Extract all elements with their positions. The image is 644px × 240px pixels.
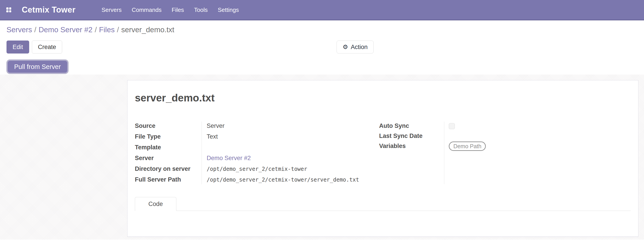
- field-group-right: Auto Sync Last Sync Date Variables Demo …: [379, 121, 631, 185]
- field-label-file-type: File Type: [135, 133, 202, 141]
- field-value-variables: Demo Path: [444, 141, 486, 151]
- create-button[interactable]: Create: [32, 40, 62, 53]
- statusbar: Pull from Server: [6, 53, 638, 75]
- field-value-full-path: /opt/demo_server_2/cetmix-tower/server_d…: [202, 176, 359, 183]
- record-title: server_demo.txt: [135, 92, 631, 104]
- apps-grid-icon[interactable]: [6, 7, 11, 12]
- field-label-source: Source: [135, 122, 202, 130]
- menu-item-settings[interactable]: Settings: [218, 6, 239, 13]
- field-row-directory: Directory on server /opt/demo_server_2/c…: [135, 164, 362, 174]
- field-row-variables: Variables Demo Path: [379, 141, 631, 152]
- action-buttons-row: Edit Create ⚙ Action: [6, 40, 638, 53]
- group-separator-line: [444, 121, 444, 184]
- menu-item-servers[interactable]: Servers: [102, 6, 122, 13]
- action-dropdown-button[interactable]: ⚙ Action: [336, 40, 374, 53]
- menu-item-tools[interactable]: Tools: [194, 6, 208, 13]
- field-row-full-path: Full Server Path /opt/demo_server_2/cetm…: [135, 174, 362, 185]
- breadcrumb-current: server_demo.txt: [121, 25, 174, 34]
- field-value-auto-sync: [444, 123, 455, 129]
- auto-sync-checkbox[interactable]: [449, 123, 455, 129]
- action-button-label: Action: [351, 44, 368, 51]
- tab-code[interactable]: Code: [135, 197, 176, 211]
- edit-button[interactable]: Edit: [6, 40, 29, 53]
- field-groups: Source Server File Type Text Template Se…: [135, 121, 631, 185]
- field-row-source: Source Server: [135, 121, 362, 131]
- field-value-server: Demo Server #2: [202, 154, 251, 162]
- field-label-template: Template: [135, 144, 202, 151]
- form-view-background: server_demo.txt Source Server File Type …: [0, 75, 644, 240]
- field-group-left: Source Server File Type Text Template Se…: [135, 121, 362, 185]
- field-value-directory: /opt/demo_server_2/cetmix-tower: [202, 166, 307, 172]
- form-sheet: server_demo.txt Source Server File Type …: [127, 80, 638, 237]
- field-label-full-path: Full Server Path: [135, 176, 202, 184]
- gear-icon: ⚙: [343, 44, 348, 50]
- breadcrumb-separator: /: [115, 25, 121, 34]
- pull-from-server-button[interactable]: Pull from Server: [8, 61, 67, 73]
- top-navbar: Cetmix Tower Servers Commands Files Tool…: [0, 0, 644, 20]
- variable-tag-demo-path: Demo Path: [449, 141, 486, 151]
- field-row-server: Server Demo Server #2: [135, 153, 362, 164]
- breadcrumb: Servers/Demo Server #2/Files/server_demo…: [6, 25, 638, 34]
- server-record-link[interactable]: Demo Server #2: [207, 155, 251, 161]
- control-panel: Servers/Demo Server #2/Files/server_demo…: [0, 20, 644, 75]
- field-label-last-sync-date: Last Sync Date: [379, 132, 444, 140]
- field-label-variables: Variables: [379, 142, 444, 150]
- tab-code-content: [135, 211, 631, 237]
- breadcrumb-separator: /: [92, 25, 99, 34]
- field-row-last-sync-date: Last Sync Date: [379, 131, 631, 141]
- breadcrumb-link-servers[interactable]: Servers: [6, 25, 32, 34]
- field-row-template: Template: [135, 142, 362, 153]
- field-label-server: Server: [135, 154, 202, 162]
- field-row-auto-sync: Auto Sync: [379, 121, 631, 131]
- field-value-file-type: Text: [202, 133, 218, 141]
- menu-item-commands[interactable]: Commands: [132, 6, 162, 13]
- notebook-tabs: Code: [135, 197, 631, 211]
- field-label-auto-sync: Auto Sync: [379, 122, 444, 130]
- main-menu: Servers Commands Files Tools Settings: [102, 6, 239, 13]
- breadcrumb-link-files[interactable]: Files: [99, 25, 115, 34]
- breadcrumb-separator: /: [32, 25, 38, 34]
- field-label-directory: Directory on server: [135, 165, 202, 173]
- field-value-source: Server: [202, 122, 224, 130]
- breadcrumb-link-demo-server[interactable]: Demo Server #2: [38, 25, 92, 34]
- brand-title[interactable]: Cetmix Tower: [22, 5, 76, 14]
- field-row-file-type: File Type Text: [135, 131, 362, 142]
- group-separator-line: [202, 121, 202, 184]
- menu-item-files[interactable]: Files: [172, 6, 184, 13]
